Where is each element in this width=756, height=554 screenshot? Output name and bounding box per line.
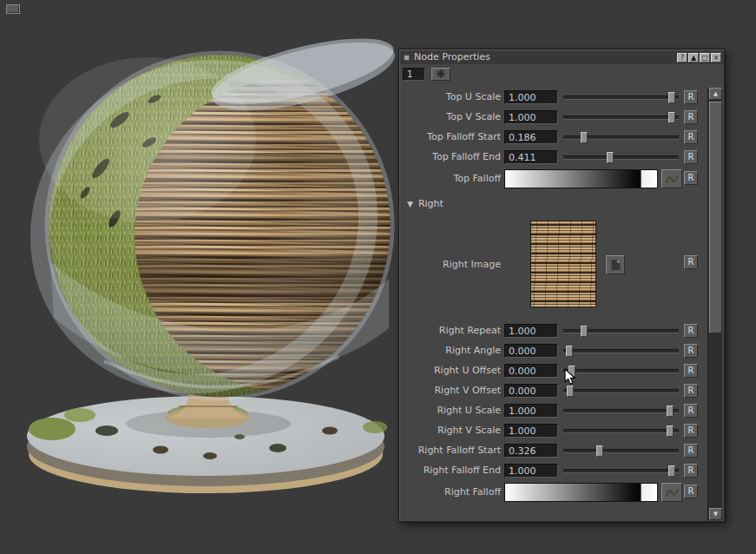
slider-handle[interactable] — [567, 386, 574, 397]
restore-button[interactable]: □ — [700, 53, 710, 63]
slider-track-right-repeat[interactable] — [563, 329, 679, 333]
slider-handle[interactable] — [607, 152, 614, 163]
param-row-top-v-scale: Top V ScaleR — [401, 108, 707, 128]
reset-button[interactable]: R — [684, 344, 698, 358]
scrollbar-thumb[interactable] — [709, 102, 722, 333]
mouse-cursor — [564, 368, 577, 386]
value-input-right-falloff-end[interactable] — [504, 464, 558, 478]
material-preview-render — [17, 23, 399, 531]
panel-titlebar[interactable]: Node Properties ? ▲ □ × — [400, 50, 724, 64]
param-row-top-u-scale: Top U ScaleR — [401, 88, 707, 108]
section-label: Right — [418, 198, 444, 209]
load-image-icon — [610, 259, 621, 271]
slider-track-top-falloff-end[interactable] — [563, 155, 679, 160]
titlebar-buttons: ? ▲ □ × — [677, 53, 721, 63]
help-button[interactable]: ? — [677, 53, 687, 63]
panel-scrollbar[interactable]: ▲ ▼ — [707, 88, 722, 520]
preview-viewport[interactable] — [17, 23, 399, 531]
slider-handle[interactable] — [566, 346, 573, 357]
value-input-right-v-scale[interactable] — [504, 424, 558, 438]
slider-track-right-falloff-start[interactable] — [563, 449, 679, 453]
reset-button[interactable]: R — [684, 255, 698, 269]
desktop: Node Properties ? ▲ □ × Top U ScaleRTop … — [0, 0, 756, 554]
scroll-down-icon[interactable]: ▼ — [709, 508, 722, 520]
value-input-top-falloff-end[interactable] — [504, 150, 558, 164]
value-input-right-u-offset[interactable] — [504, 364, 558, 378]
reset-button[interactable]: R — [684, 444, 698, 458]
gradient-row-right-falloff: Right FalloffR — [401, 481, 707, 505]
reset-button[interactable]: R — [684, 90, 698, 104]
value-input-right-repeat[interactable] — [504, 324, 558, 338]
node-properties-panel: Node Properties ? ▲ □ × Top U ScaleRTop … — [398, 49, 726, 523]
value-input-top-falloff-start[interactable] — [504, 130, 558, 144]
param-label: Right Image — [401, 259, 501, 270]
edit-gradient-icon — [665, 173, 680, 186]
reset-button[interactable]: R — [684, 404, 698, 418]
window-menu-icon[interactable] — [6, 4, 20, 14]
value-input-top-v-scale[interactable] — [504, 110, 558, 124]
param-label: Right Falloff Start — [401, 445, 501, 456]
edit-gradient-icon — [665, 486, 680, 499]
value-input-right-falloff-start[interactable] — [504, 444, 558, 458]
load-image-button[interactable] — [606, 255, 625, 274]
param-row-right-u-offset: Right U OffsetR — [401, 361, 707, 381]
reset-button[interactable]: R — [684, 130, 698, 144]
slider-handle[interactable] — [668, 112, 675, 123]
value-input-top-u-scale[interactable] — [504, 90, 558, 104]
close-button[interactable]: × — [711, 53, 721, 63]
slider-handle[interactable] — [668, 92, 675, 103]
slider-track-right-v-offset[interactable] — [563, 389, 679, 393]
node-options-button[interactable] — [431, 68, 450, 81]
reset-button[interactable]: R — [684, 384, 698, 398]
slider-handle[interactable] — [581, 326, 588, 337]
reset-button[interactable]: R — [684, 364, 698, 378]
falloff-gradient-bar[interactable] — [504, 169, 658, 188]
param-label: Right Falloff End — [401, 465, 501, 476]
param-label: Top Falloff Start — [401, 131, 501, 142]
edit-gradient-button[interactable] — [661, 483, 682, 502]
reset-button[interactable]: R — [684, 464, 698, 478]
panel-title: Node Properties — [414, 51, 490, 63]
param-row-right-repeat: Right RepeatR — [401, 321, 707, 341]
reset-button[interactable]: R — [684, 485, 698, 498]
reset-button[interactable]: R — [684, 150, 698, 164]
slider-track-right-u-offset[interactable] — [563, 369, 679, 373]
param-label: Top V Scale — [401, 111, 501, 122]
slider-track-top-v-scale[interactable] — [563, 115, 679, 120]
right-image-thumbnail[interactable] — [530, 221, 596, 307]
scroll-up-icon[interactable]: ▲ — [709, 88, 722, 100]
reset-button[interactable]: R — [684, 171, 698, 185]
slider-track-right-u-scale[interactable] — [563, 409, 679, 413]
minimize-button[interactable]: ▲ — [688, 53, 699, 63]
param-row-right-falloff-start: Right Falloff StartR — [401, 441, 707, 461]
param-row-top-falloff-end: Top Falloff EndR — [401, 148, 707, 168]
param-row-right-v-scale: Right V ScaleR — [401, 421, 707, 441]
falloff-gradient-bar[interactable] — [504, 483, 658, 502]
slider-track-right-v-scale[interactable] — [563, 429, 679, 433]
slider-track-top-falloff-start[interactable] — [563, 135, 679, 140]
param-label: Right V Scale — [401, 425, 501, 436]
slider-track-top-u-scale[interactable] — [563, 96, 679, 100]
slider-handle[interactable] — [667, 425, 674, 437]
value-input-right-v-offset[interactable] — [504, 384, 558, 398]
node-index-input[interactable] — [403, 68, 425, 81]
param-label: Top Falloff End — [401, 151, 501, 162]
reset-button[interactable]: R — [684, 324, 698, 338]
section-header-right[interactable]: ▼Right — [401, 198, 707, 212]
slider-track-right-falloff-end[interactable] — [563, 469, 679, 473]
value-input-right-angle[interactable] — [504, 344, 558, 358]
panel-grip-icon — [404, 55, 410, 61]
slider-handle[interactable] — [581, 132, 588, 143]
param-row-right-angle: Right AngleR — [401, 341, 707, 361]
param-label: Right Repeat — [401, 325, 501, 336]
param-label: Right Falloff — [401, 486, 501, 498]
gradient-row-top-falloff: Top FalloffR — [401, 168, 707, 191]
reset-button[interactable]: R — [684, 110, 698, 124]
slider-handle[interactable] — [667, 406, 674, 417]
slider-handle[interactable] — [668, 465, 675, 477]
reset-button[interactable]: R — [684, 424, 698, 438]
slider-track-right-angle[interactable] — [563, 349, 679, 353]
slider-handle[interactable] — [596, 445, 603, 457]
value-input-right-u-scale[interactable] — [504, 404, 558, 418]
edit-gradient-button[interactable] — [661, 169, 682, 188]
